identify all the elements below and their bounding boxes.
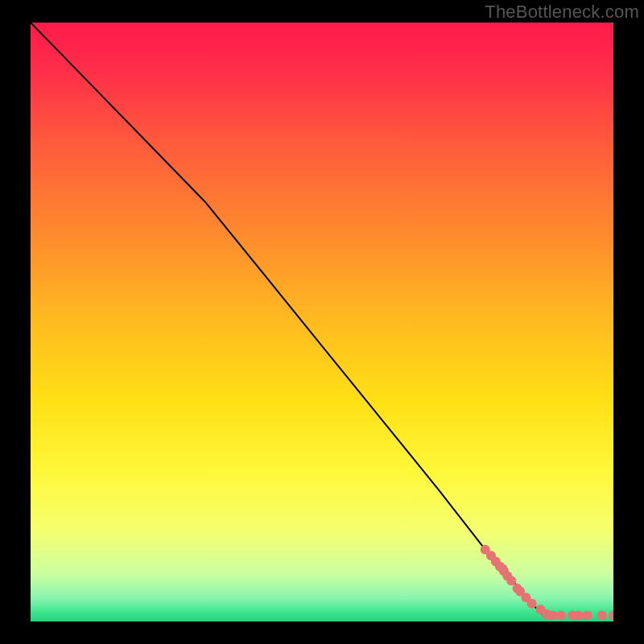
chart-frame: TheBottleneck.com <box>0 0 644 644</box>
data-point <box>527 599 537 609</box>
data-point <box>574 611 584 621</box>
data-point <box>582 611 592 621</box>
data-point <box>597 611 607 621</box>
plot-area <box>31 23 613 621</box>
data-point <box>506 576 516 585</box>
data-point <box>547 611 557 621</box>
watermark-text: TheBottleneck.com <box>485 2 639 23</box>
chart-svg <box>31 23 613 621</box>
data-point <box>556 611 566 621</box>
